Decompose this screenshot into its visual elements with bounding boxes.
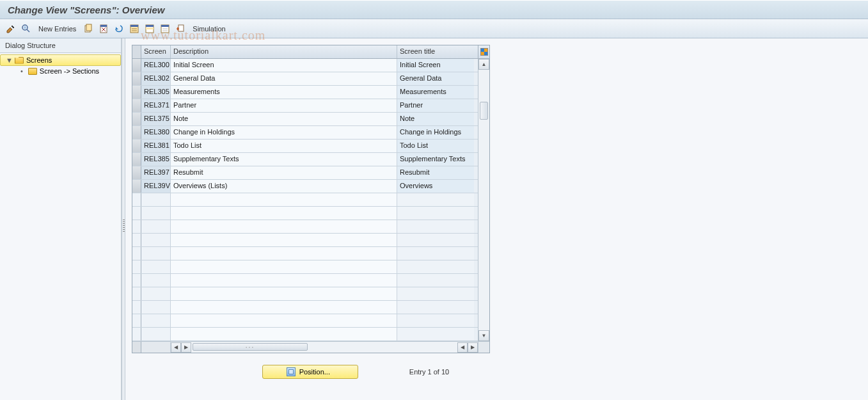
cell-screen-title[interactable]: [397, 301, 474, 314]
cell-screen-title[interactable]: Measurements: [397, 86, 474, 99]
cell-screen[interactable]: [141, 220, 171, 233]
cell-description[interactable]: Resubmit: [171, 166, 397, 179]
table-row[interactable]: REL371PartnerPartner: [132, 99, 478, 113]
cell-screen-title[interactable]: [397, 328, 474, 340]
new-entries-button[interactable]: New Entries: [36, 25, 79, 33]
undo-change-icon[interactable]: [113, 23, 125, 35]
row-selector[interactable]: [132, 140, 141, 152]
cell-description[interactable]: [171, 220, 397, 233]
cell-description[interactable]: Overviews (Lists): [171, 180, 397, 193]
cell-description[interactable]: [171, 207, 397, 220]
row-selector[interactable]: [132, 314, 141, 327]
table-row-empty[interactable]: [132, 234, 478, 247]
cell-screen-title[interactable]: [397, 287, 474, 300]
cell-description[interactable]: Change in Holdings: [171, 126, 397, 139]
table-row-empty[interactable]: [132, 247, 478, 260]
cell-screen-title[interactable]: General Data: [397, 72, 474, 85]
cell-screen[interactable]: [141, 260, 171, 273]
row-selector[interactable]: [132, 126, 141, 139]
table-row[interactable]: REL300Initial ScreenInitial Screen: [132, 59, 478, 72]
table-row-empty[interactable]: [132, 207, 478, 220]
table-row[interactable]: REL381Todo ListTodo List: [132, 140, 478, 153]
table-row[interactable]: REL39VOverviews (Lists)Overviews: [132, 180, 478, 193]
cell-description[interactable]: Initial Screen: [171, 59, 397, 72]
cell-screen-title[interactable]: Resubmit: [397, 166, 474, 179]
table-row-empty[interactable]: [132, 274, 478, 287]
cell-screen[interactable]: REL381: [141, 140, 171, 152]
table-configuration-button[interactable]: [478, 45, 489, 59]
row-selector[interactable]: [132, 287, 141, 300]
cell-screen[interactable]: REL375: [141, 113, 171, 125]
cell-screen[interactable]: [141, 247, 171, 260]
row-selector[interactable]: [132, 301, 141, 314]
hscroll-track[interactable]: ◀ ▶ ··· ◀ ▶: [171, 342, 478, 353]
cell-description[interactable]: [171, 247, 397, 260]
scroll-down-button[interactable]: ▼: [478, 330, 489, 341]
row-selector[interactable]: [132, 153, 141, 166]
cell-screen-title[interactable]: [397, 193, 474, 206]
table-row-empty[interactable]: [132, 260, 478, 274]
cell-screen-title[interactable]: [397, 274, 474, 287]
column-header-screen[interactable]: Screen: [141, 45, 171, 58]
cell-screen-title[interactable]: Note: [397, 113, 474, 125]
collapse-arrow-icon[interactable]: ▼: [6, 56, 12, 64]
row-selector[interactable]: [132, 220, 141, 233]
cell-description[interactable]: [171, 287, 397, 300]
cell-description[interactable]: Note: [171, 113, 397, 125]
row-selector[interactable]: [132, 328, 141, 340]
cell-description[interactable]: Supplementary Texts: [171, 153, 397, 166]
copy-as-icon[interactable]: [83, 23, 94, 35]
cell-screen[interactable]: REL371: [141, 99, 171, 112]
scroll-up-button[interactable]: ▲: [478, 59, 489, 70]
table-row-empty[interactable]: [132, 301, 478, 314]
row-selector[interactable]: [132, 247, 141, 260]
cell-description[interactable]: [171, 328, 397, 340]
table-row[interactable]: REL305MeasurementsMeasurements: [132, 86, 478, 99]
cell-description[interactable]: Measurements: [171, 86, 397, 99]
cell-screen[interactable]: [141, 287, 171, 300]
table-row-empty[interactable]: [132, 220, 478, 234]
cell-screen-title[interactable]: [397, 247, 474, 260]
cell-screen[interactable]: REL385: [141, 153, 171, 166]
cell-screen[interactable]: [141, 274, 171, 287]
toggle-display-change-icon[interactable]: [5, 23, 17, 35]
hscroll-right-button[interactable]: ▶: [468, 342, 478, 353]
cell-screen-title[interactable]: [397, 234, 474, 246]
column-header-description[interactable]: Description: [171, 45, 397, 58]
table-row-empty[interactable]: [132, 287, 478, 301]
select-all-icon[interactable]: [129, 23, 140, 35]
select-all-column[interactable]: [132, 45, 141, 58]
cell-description[interactable]: [171, 193, 397, 206]
table-row[interactable]: REL375NoteNote: [132, 113, 478, 126]
row-selector[interactable]: [132, 180, 141, 193]
tree-node-screen-sections[interactable]: • Screen -> Sections: [0, 66, 121, 76]
cell-screen-title[interactable]: [397, 207, 474, 220]
tree-node-screens[interactable]: ▼ Screens: [0, 54, 121, 66]
vertical-scrollbar[interactable]: ▲ ▼: [478, 59, 489, 341]
row-selector[interactable]: [132, 166, 141, 179]
table-row[interactable]: REL380Change in HoldingsChange in Holdin…: [132, 126, 478, 140]
row-selector[interactable]: [132, 260, 141, 273]
cell-screen-title[interactable]: Overviews: [397, 180, 474, 193]
cell-description[interactable]: Partner: [171, 99, 397, 112]
cell-screen[interactable]: REL380: [141, 126, 171, 139]
cell-screen-title[interactable]: Initial Screen: [397, 59, 474, 72]
cell-screen[interactable]: [141, 328, 171, 340]
cell-screen[interactable]: [141, 301, 171, 314]
cell-screen[interactable]: REL397: [141, 166, 171, 179]
scroll-thumb[interactable]: [480, 102, 488, 120]
cell-screen[interactable]: REL39V: [141, 180, 171, 193]
cell-screen-title[interactable]: [397, 220, 474, 233]
cell-screen[interactable]: [141, 314, 171, 327]
row-selector[interactable]: [132, 99, 141, 112]
cell-description[interactable]: [171, 274, 397, 287]
cell-screen-title[interactable]: Change in Holdings: [397, 126, 474, 139]
cell-screen[interactable]: [141, 193, 171, 206]
cell-description[interactable]: [171, 301, 397, 314]
cell-description[interactable]: Todo List: [171, 140, 397, 152]
cell-screen-title[interactable]: Partner: [397, 99, 474, 112]
configuration-help-icon[interactable]: [175, 23, 186, 35]
cell-description[interactable]: General Data: [171, 72, 397, 85]
delete-icon[interactable]: [98, 23, 109, 35]
cell-screen[interactable]: [141, 207, 171, 220]
